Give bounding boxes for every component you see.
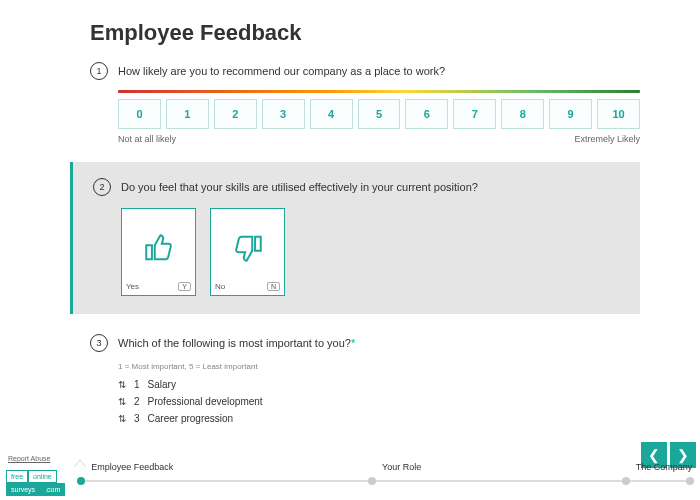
q2-text: Do you feel that your skills are utilise… — [121, 181, 478, 193]
rank-label: Salary — [148, 379, 176, 390]
grip-icon: ⇅ — [118, 397, 126, 407]
yes-key: Y — [178, 282, 191, 291]
q3-number: 3 — [90, 334, 108, 352]
no-key: N — [267, 282, 280, 291]
chevron-right-icon: ❯ — [677, 447, 689, 463]
required-mark: * — [351, 337, 355, 349]
progress-stop-label: Your Role — [382, 462, 421, 472]
rank-label: Professional development — [148, 396, 263, 407]
nps-option-1[interactable]: 1 — [166, 99, 209, 129]
rank-item[interactable]: ⇅1Salary — [118, 379, 640, 390]
progress-stop[interactable] — [368, 477, 376, 485]
grip-icon: ⇅ — [118, 414, 126, 424]
nps-left-label: Not at all likely — [118, 134, 176, 144]
rank-number: 3 — [134, 413, 140, 424]
brand-badge[interactable]: freeonline surveys.com — [6, 470, 65, 496]
question-1: 1 How likely are you to recommend our co… — [90, 62, 640, 144]
thumbs-up-icon — [142, 231, 176, 269]
rank-list: ⇅1Salary⇅2Professional development⇅3Care… — [118, 379, 640, 424]
rank-number: 1 — [134, 379, 140, 390]
nps-option-0[interactable]: 0 — [118, 99, 161, 129]
q1-text: How likely are you to recommend our comp… — [118, 65, 445, 77]
pointer-icon — [74, 460, 86, 468]
progress-stop-label: The Company — [636, 462, 693, 472]
page-title: Employee Feedback — [90, 20, 640, 46]
report-abuse-link[interactable]: Report Abuse — [8, 455, 50, 462]
progress-end — [686, 477, 694, 485]
no-label: No — [215, 282, 225, 291]
rank-number: 2 — [134, 396, 140, 407]
nps-option-8[interactable]: 8 — [501, 99, 544, 129]
nps-right-label: Extremely Likely — [574, 134, 640, 144]
q1-number: 1 — [90, 62, 108, 80]
yes-label: Yes — [126, 282, 139, 291]
grip-icon: ⇅ — [118, 380, 126, 390]
nps-option-5[interactable]: 5 — [358, 99, 401, 129]
rank-label: Career progression — [148, 413, 234, 424]
question-3: 3 Which of the following is most importa… — [90, 334, 640, 424]
nps-option-2[interactable]: 2 — [214, 99, 257, 129]
nps-option-6[interactable]: 6 — [405, 99, 448, 129]
q2-number: 2 — [93, 178, 111, 196]
rank-item[interactable]: ⇅2Professional development — [118, 396, 640, 407]
thumbs-down-icon — [231, 231, 265, 269]
question-2: 2 Do you feel that your skills are utili… — [70, 162, 640, 314]
progress-track — [81, 480, 690, 482]
nps-option-10[interactable]: 10 — [597, 99, 640, 129]
progress-bar: freeonline surveys.com Employee Feedback… — [0, 466, 700, 500]
q3-text: Which of the following is most important… — [118, 337, 355, 349]
rank-item[interactable]: ⇅3Career progression — [118, 413, 640, 424]
nps-option-9[interactable]: 9 — [549, 99, 592, 129]
nps-option-7[interactable]: 7 — [453, 99, 496, 129]
nps-option-4[interactable]: 4 — [310, 99, 353, 129]
no-button[interactable]: No N — [210, 208, 285, 296]
progress-stop[interactable] — [622, 477, 630, 485]
chevron-left-icon: ❮ — [648, 447, 660, 463]
progress-stop[interactable] — [77, 477, 85, 485]
q3-hint: 1 = Most important, 5 = Least important — [118, 362, 640, 371]
nps-options: 012345678910 — [118, 99, 640, 129]
nps-option-3[interactable]: 3 — [262, 99, 305, 129]
progress-stop-label: Employee Feedback — [91, 462, 173, 472]
nps-gradient — [118, 90, 640, 93]
yes-button[interactable]: Yes Y — [121, 208, 196, 296]
